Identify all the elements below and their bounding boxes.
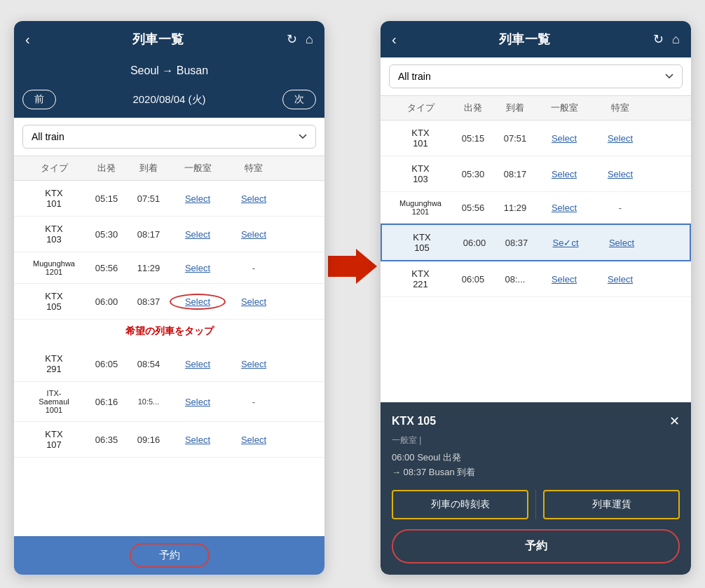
train-row: KTX103 05:30 08:17 Select Select [381,156,691,192]
train-filter-left: All train [14,118,324,156]
bottom-bar-left: 予約 [14,536,324,575]
train-name: KTX221 [389,268,452,289]
dep-time: 06:35 [85,435,128,445]
dep-time: 05:30 [452,169,494,179]
left-phone: ‹ 列車一覧 ↻ ⌂ Seoul → Busan 前 2020/08/04 (火… [14,21,324,575]
train-list-right: KTX101 05:15 07:51 Select Select KTX103 … [381,121,691,345]
col-special-left: 特室 [226,162,282,175]
select-special-button[interactable]: Select [592,133,648,144]
select-general-button[interactable]: Select [170,193,226,204]
next-date-button[interactable]: 次 [282,90,316,109]
left-title: 列車一覧 [132,31,184,48]
train-name: ITX-Saemaul1001 [22,389,85,414]
right-title: 列車一覧 [499,31,551,48]
train-name: KTX105 [390,232,453,253]
book-button-right[interactable]: 予約 [392,529,680,563]
panel-route: 06:00 Seoul 出発 → 08:37 Busan 到着 [392,451,680,480]
train-filter-right: All train [381,57,691,96]
header-icons-left: ↻ ⌂ [287,32,313,47]
dep-time: 05:56 [452,203,494,213]
train-row: KTX103 05:30 08:17 Select Select [14,217,324,252]
dep-time: 05:30 [85,229,128,240]
select-special-button[interactable]: Select [226,229,282,240]
arr-time: 08:54 [128,359,170,369]
panel-subtitle: 一般室 | [392,435,680,446]
col-dep-right: 出発 [452,102,494,114]
table-header-right: タイプ 出発 到着 一般室 特室 [381,96,691,121]
dep-time: 06:16 [85,397,128,407]
panel-divider [535,490,536,519]
hint-text: 希望の列車をタップ [22,322,316,343]
arr-time: 08:37 [128,296,170,307]
col-type-right: タイプ [389,102,452,114]
select-general-button[interactable]: Select [170,397,226,407]
col-arr-left: 到着 [128,162,170,175]
back-button-left[interactable]: ‹ [25,32,30,48]
route-line1: 06:00 Seoul 出発 [392,452,461,463]
select-general-button[interactable]: Select [536,203,592,213]
select-general-button[interactable]: Select [170,435,226,445]
red-arrow-icon [328,249,377,284]
refresh-icon-left[interactable]: ↻ [287,32,297,47]
train-name: KTX105 [22,291,85,312]
train-row: KTX221 06:05 08:... Select Select [381,261,691,297]
route-bar: Seoul → Busan [14,57,324,84]
home-icon-left[interactable]: ⌂ [306,32,313,47]
select-special-button[interactable]: Select [226,193,282,204]
filter-select-right[interactable]: All train [389,64,683,88]
back-button-right[interactable]: ‹ [392,32,397,48]
arrow-container [324,249,381,284]
select-special-button[interactable]: Select [594,238,650,248]
detail-panel: KTX 105 ✕ 一般室 | 06:00 Seoul 出発 → 08:37 B… [381,402,691,575]
train-row: KTX107 06:35 09:16 Select Select [14,422,324,458]
select-special-button[interactable]: Select [592,169,648,179]
train-name: KTX291 [22,353,85,374]
dep-time: 06:05 [452,274,494,285]
train-row: ITX-Saemaul1001 06:16 10:5... Select - [14,382,324,422]
refresh-icon-right[interactable]: ↻ [653,32,664,47]
no-special: - [592,203,648,213]
no-special: - [226,263,282,273]
select-general-button-circled[interactable]: Select [170,294,226,310]
train-row-selected: KTX105 06:00 08:37 Se✓ct Select [381,224,691,261]
no-special: - [226,397,282,407]
date-nav: 前 2020/08/04 (火) 次 [14,84,324,118]
select-general-button[interactable]: Select [170,359,226,369]
select-general-button[interactable]: Select [536,169,592,179]
train-row: KTX291 06:05 08:54 Select Select [14,346,324,382]
timetable-button[interactable]: 列車の時刻表 [392,490,528,519]
table-header-left: タイプ 出発 到着 一般室 特室 [14,156,324,181]
col-type-left: タイプ [22,162,85,175]
prev-date-button[interactable]: 前 [22,90,56,109]
select-special-button[interactable]: Select [592,274,648,285]
panel-title: KTX 105 [392,415,436,428]
train-name: KTX103 [22,224,85,245]
select-special-button[interactable]: Select [226,435,282,445]
train-name: KTX107 [22,429,85,450]
dep-time: 06:00 [85,296,128,307]
select-special-button[interactable]: Select [226,296,282,307]
select-general-button[interactable]: Select [170,229,226,240]
home-icon-right[interactable]: ⌂ [672,32,680,47]
select-general-button[interactable]: Select [170,263,226,273]
arr-time: 11:29 [128,263,170,273]
arr-time: 07:51 [494,133,536,144]
arr-time: 08:17 [128,229,170,240]
arr-time: 08:17 [494,169,536,179]
right-phone: ‹ 列車一覧 ↻ ⌂ All train タイプ 出発 到着 一般室 特室 KT… [381,21,691,575]
select-special-button[interactable]: Select [226,359,282,369]
book-button-left[interactable]: 予約 [130,543,210,568]
select-general-button[interactable]: Select [536,133,592,144]
train-row: KTX101 05:15 07:51 Select Select [381,121,691,156]
close-panel-button[interactable]: ✕ [669,413,680,429]
train-name: Mugunghwa1201 [22,259,85,276]
filter-select-left[interactable]: All train [22,125,316,149]
dep-time: 05:56 [85,263,128,273]
select-general-button[interactable]: Select [536,274,592,285]
header-icons-right: ↻ ⌂ [653,32,680,47]
arr-time: 08:37 [495,238,538,248]
fare-button[interactable]: 列車運賃 [543,490,680,519]
arr-time: 07:51 [128,193,170,204]
col-arr-right: 到着 [494,102,536,114]
select-general-checked[interactable]: Se✓ct [538,238,594,248]
